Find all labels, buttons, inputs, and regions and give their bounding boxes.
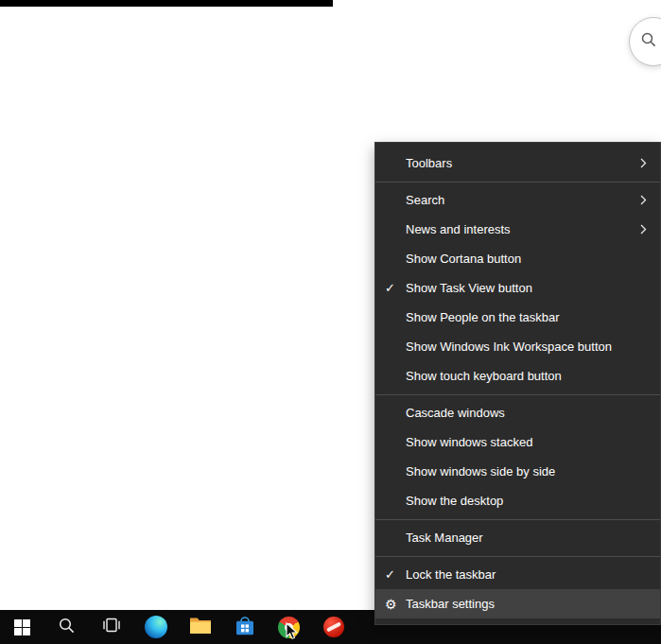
red-app-icon [323,617,344,637]
taskbar-file-explorer-button[interactable] [178,610,222,644]
menu-item-label: Show windows side by side [406,464,647,479]
menu-item-label: Taskbar settings [406,597,647,611]
mouse-cursor-icon [286,622,299,644]
menu-item-show-task-view-button[interactable]: ✓ Show Task View button [375,273,660,303]
menu-item-search[interactable]: Search [375,185,660,215]
menu-separator [375,394,660,395]
checkmark-icon: ✓ [385,281,406,295]
menu-item-label: Task Manager [406,531,647,545]
menu-item-label: Show Windows Ink Workspace button [406,339,647,354]
menu-item-label: Show touch keyboard button [406,369,647,383]
menu-item-show-windows-side-by-side[interactable]: Show windows side by side [375,457,660,486]
submenu-chevron-icon [640,158,647,168]
taskbar-store-button[interactable] [222,610,267,644]
taskbar-search-button[interactable] [44,610,89,644]
menu-separator [375,182,660,183]
menu-item-show-touch-keyboard-button[interactable]: Show touch keyboard button [375,361,660,391]
taskbar-red-app-button[interactable] [311,610,356,644]
menu-item-show-windows-stacked[interactable]: Show windows stacked [375,427,660,457]
taskbar-edge-button[interactable] [133,610,178,644]
menu-item-task-manager[interactable]: Task Manager [375,523,660,552]
task-view-icon [102,618,121,636]
submenu-chevron-icon [640,224,647,235]
menu-item-label: Show the desktop [406,494,647,508]
submenu-chevron-icon [640,195,647,205]
search-icon [640,31,657,52]
menu-item-show-cortana-button[interactable]: Show Cortana button [375,244,660,273]
taskbar-context-menu: Toolbars Search News and interests Show … [374,142,661,625]
menu-item-label: Show People on the taskbar [406,310,647,324]
start-button[interactable] [0,610,44,644]
menu-item-cascade-windows[interactable]: Cascade windows [375,398,660,427]
menu-item-label: Search [406,193,640,207]
menu-item-label: Lock the taskbar [406,567,647,582]
menu-item-toolbars[interactable]: Toolbars [375,148,660,178]
menu-separator [375,519,660,520]
menu-item-label: Show windows stacked [406,435,647,449]
task-view-button[interactable] [89,610,133,644]
menu-item-label: News and interests [406,222,640,236]
menu-item-label: Show Cortana button [406,252,647,266]
store-icon [235,615,254,640]
folder-icon [189,616,212,638]
menu-item-show-windows-ink-workspace-button[interactable]: Show Windows Ink Workspace button [375,332,660,361]
menu-separator [375,556,660,557]
menu-item-lock-the-taskbar[interactable]: ✓ Lock the taskbar [375,560,660,589]
menu-item-label: Cascade windows [406,406,647,420]
menu-item-label: Show Task View button [406,281,647,295]
menu-item-show-the-desktop[interactable]: Show the desktop [375,486,660,515]
menu-item-news-and-interests[interactable]: News and interests [375,215,660,244]
menu-item-label: Toolbars [406,156,640,170]
edge-icon [145,616,167,638]
menu-item-show-people-on-taskbar[interactable]: Show People on the taskbar [375,303,660,332]
checkmark-icon: ✓ [385,567,406,582]
top-edge-strip [0,0,333,7]
gear-icon: ⚙ [385,597,406,612]
windows-logo-icon [14,619,30,635]
search-icon [58,617,76,638]
menu-item-taskbar-settings[interactable]: ⚙ Taskbar settings [375,589,660,618]
